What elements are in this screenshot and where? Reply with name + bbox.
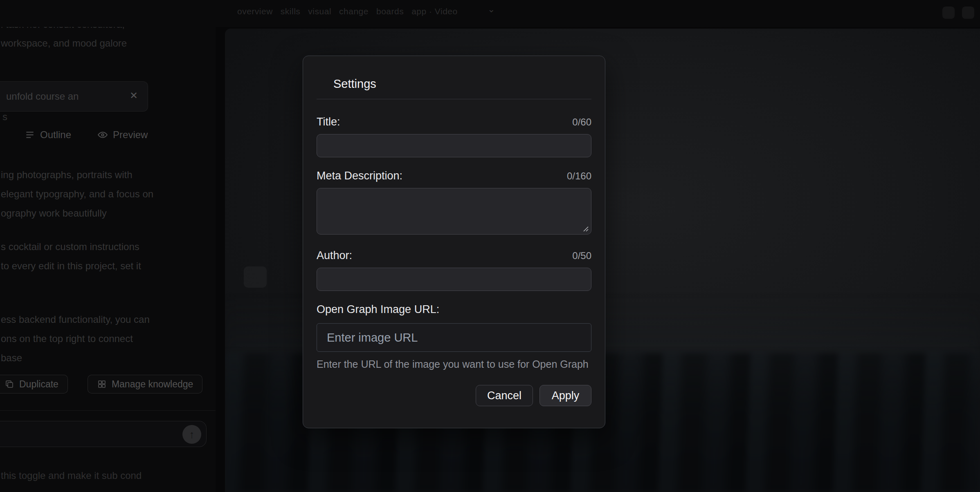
author-field-header: Author: 0/50 — [317, 249, 591, 262]
modal-title: Settings — [317, 77, 591, 91]
breadcrumb[interactable]: overview skills visual change boards app… — [237, 7, 458, 16]
send-icon[interactable]: ↑ — [182, 425, 201, 444]
tab-preview-label: Preview — [113, 129, 148, 141]
top-bar: overview skills visual change boards app… — [0, 0, 980, 27]
modal-divider — [317, 99, 591, 99]
sidebar-paragraph: ing photographs, portraits with elegant … — [1, 165, 153, 223]
title-label: Title: — [317, 116, 340, 128]
chevron-down-icon[interactable]: ⌄ — [488, 4, 495, 15]
sidebar-divider — [0, 410, 216, 411]
author-input[interactable] — [317, 268, 591, 291]
title-field-header: Title: 0/60 — [317, 116, 591, 128]
topbar-icon[interactable] — [962, 7, 974, 19]
open-graph-helper-text: Enter the URL of the image you want to u… — [317, 358, 591, 370]
paragraph-line: ess backend functionality, you can — [1, 310, 150, 329]
paragraph-line: ons on the top right to connect — [1, 329, 150, 348]
paragraph-line: elegant typography, and a focus on — [1, 184, 153, 204]
open-graph-label: Open Graph Image URL: — [317, 303, 439, 316]
site-logo-placeholder — [244, 266, 267, 288]
author-char-counter: 0/50 — [572, 250, 591, 262]
knowledge-grid-icon — [97, 379, 107, 389]
paragraph-line: to every edit in this project, set it — [1, 256, 141, 275]
og-field-header: Open Graph Image URL: — [317, 303, 591, 316]
sidebar-paragraph: ess backend functionality, you can ons o… — [1, 310, 150, 367]
paragraph-line: base — [1, 348, 150, 367]
title-input[interactable] — [317, 134, 591, 157]
tab-preview[interactable]: Preview — [97, 129, 148, 141]
cancel-button[interactable]: Cancel — [476, 385, 533, 406]
sidebar: l task no. consult consultora, workspace… — [0, 0, 216, 492]
preview-eye-icon — [97, 130, 108, 140]
modal-action-row: Cancel Apply — [317, 385, 591, 406]
meta-description-textarea[interactable] — [317, 188, 591, 235]
sidebar-view-tabs: Outline Preview — [25, 129, 148, 141]
close-icon[interactable]: ✕ — [130, 90, 138, 101]
copy-icon — [4, 379, 14, 389]
apply-button[interactable]: Apply — [539, 385, 591, 406]
paragraph-line: ing photographs, portraits with — [1, 165, 153, 184]
tab-outline-label: Outline — [40, 129, 71, 141]
paragraph-line: s cocktail or custom instructions — [1, 237, 141, 256]
context-card-label: unfold course an — [6, 91, 79, 102]
settings-modal: Settings Title: 0/60 Meta Description: 0… — [303, 56, 605, 428]
sidebar-paragraph: s cocktail or custom instructions to eve… — [1, 237, 141, 275]
meta-field-header: Meta Description: 0/160 — [317, 170, 591, 182]
chat-input[interactable]: ↑ — [0, 421, 207, 447]
meta-char-counter: 0/160 — [567, 170, 591, 182]
sidebar-bottom-line: this toggle and make it sub cond — [1, 470, 142, 481]
outline-list-icon — [25, 130, 35, 140]
sidebar-context-card[interactable]: unfold course an ✕ — [0, 81, 148, 112]
duplicate-button-label: Duplicate — [19, 379, 58, 390]
tab-outline[interactable]: Outline — [25, 129, 71, 141]
sidebar-intro-line: workspace, and mood galore — [1, 38, 127, 49]
sidebar-text-fragment: s — [2, 111, 7, 123]
manage-knowledge-button[interactable]: Manage knowledge — [88, 375, 202, 394]
manage-knowledge-button-label: Manage knowledge — [112, 379, 193, 390]
topbar-icon[interactable] — [942, 7, 955, 19]
author-label: Author: — [317, 249, 352, 262]
meta-description-label: Meta Description: — [317, 170, 402, 182]
duplicate-button[interactable]: Duplicate — [0, 375, 68, 394]
open-graph-url-input[interactable] — [317, 323, 591, 352]
meta-textarea-wrap — [317, 188, 591, 235]
title-char-counter: 0/60 — [572, 116, 591, 128]
paragraph-line: ography work beautifully — [1, 204, 153, 223]
app-window: l task no. consult consultora, workspace… — [0, 0, 980, 492]
sidebar-action-row: Duplicate Manage knowledge — [0, 375, 202, 394]
